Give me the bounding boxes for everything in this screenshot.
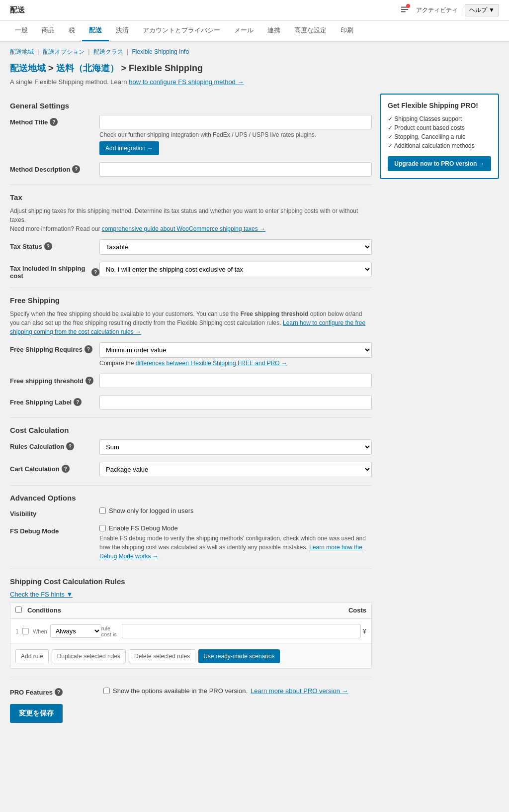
duplicate-rules-button[interactable]: Duplicate selected rules — [52, 649, 126, 663]
svg-rect-1 — [401, 9, 408, 10]
tab-integration[interactable]: 連携 — [260, 21, 287, 41]
upgrade-button[interactable]: Upgrade now to PRO version — [388, 156, 491, 171]
tab-print[interactable]: 印刷 — [334, 21, 360, 41]
free-threshold-label: Free shipping threshold ? — [10, 374, 99, 385]
svg-rect-2 — [401, 11, 406, 12]
free-threshold-help[interactable]: ? — [85, 377, 93, 385]
tax-status-label: Tax Status ? — [10, 239, 99, 250]
method-desc-label: Method Description ? — [10, 162, 99, 173]
tax-included-label: Tax included in shipping cost ? — [10, 262, 99, 280]
divider-6 — [10, 677, 372, 677]
free-label-help[interactable]: ? — [74, 398, 82, 406]
list-item: Stopping, Cancelling a rule — [388, 132, 491, 141]
debug-checkbox[interactable] — [99, 525, 106, 531]
rules-calc-select[interactable]: Sum Average Maximum Minimum — [99, 439, 372, 455]
sub-nav: 配送地域 | 配送オプション | 配送クラス | Flexible Shippi… — [10, 48, 499, 56]
debug-control: Enable FS Debug Mode Enable FS debug mod… — [99, 524, 372, 561]
visibility-control: Show only for logged in users — [99, 507, 372, 514]
configure-link[interactable]: how to configure FS shipping method → — [129, 78, 244, 86]
tax-included-help[interactable]: ? — [91, 268, 99, 276]
tab-account[interactable]: アカウントとプライバシー — [136, 21, 227, 41]
breadcrumb: 配送地域 > 送料（北海道） > Flexible Shipping — [10, 62, 499, 74]
activity-dot — [406, 4, 410, 8]
add-rule-button[interactable]: Add rule — [15, 649, 49, 663]
rule-when-select[interactable]: Always Cart Weight Cart Value Item Count — [50, 624, 101, 638]
subnav-flexible-info[interactable]: Flexible Shipping Info — [132, 48, 189, 55]
method-title-label: Method Title ? — [10, 115, 99, 126]
check-hints-link[interactable]: Check the FS hints ▼ — [10, 591, 73, 598]
visibility-checkbox[interactable] — [99, 508, 106, 514]
rules-table: Conditions Costs 1 When Always Cart Weig… — [10, 602, 372, 669]
free-shipping-title: Free Shipping — [10, 296, 372, 304]
free-label-control: Free — [99, 395, 372, 409]
pro-box: Get Flexible Shipping PRO! Shipping Clas… — [380, 94, 499, 179]
tab-payment[interactable]: 決済 — [109, 21, 136, 41]
pro-features-checkbox[interactable] — [103, 688, 110, 694]
free-requires-select[interactable]: Minimum order value Coupon Minimum order… — [99, 342, 372, 358]
rule-currency: ¥ — [363, 627, 366, 635]
free-label-row: Free Shipping Label ? Free — [10, 395, 372, 409]
tab-shipping[interactable]: 配送 — [82, 21, 109, 41]
compare-link[interactable]: differences between Flexible Shipping FR… — [136, 360, 287, 367]
tab-advanced[interactable]: 高度な設定 — [287, 21, 334, 41]
tab-email[interactable]: メール — [227, 21, 260, 41]
visibility-checkbox-label: Show only for logged in users — [109, 507, 194, 514]
header-costs: Costs — [277, 607, 366, 614]
pro-features-help[interactable]: ? — [55, 688, 63, 696]
tab-tax[interactable]: 税 — [62, 21, 82, 41]
subnav-shipping-options[interactable]: 配送オプション — [43, 48, 85, 55]
tax-guide-link[interactable]: comprehensive guide about WooCommerce sh… — [102, 225, 265, 232]
method-title-input[interactable]: Flexible Shipping — [99, 115, 372, 129]
header-check — [15, 607, 27, 614]
tax-status-row: Tax Status ? Taxable None — [10, 239, 372, 255]
tab-general[interactable]: 一般 — [8, 21, 35, 41]
method-desc-input[interactable] — [99, 162, 372, 177]
pro-features-control: Show the options available in the PRO ve… — [103, 687, 372, 695]
free-threshold-row: Free shipping threshold ? — [10, 374, 372, 388]
tax-status-help[interactable]: ? — [44, 242, 52, 250]
rule-cost-input[interactable]: 0 — [122, 624, 361, 638]
visibility-row: Visibility Show only for logged in users — [10, 507, 372, 517]
method-title-control: Flexible Shipping Check our further ship… — [99, 115, 372, 155]
rules-section: Shipping Cost Calculation Rules Check th… — [10, 577, 372, 669]
cart-calc-select[interactable]: Package value Cart value — [99, 462, 372, 477]
pro-learn-link[interactable]: Learn more about PRO version → — [251, 687, 348, 695]
delete-rules-button[interactable]: Delete selected rules — [129, 649, 195, 663]
free-requires-control: Minimum order value Coupon Minimum order… — [99, 342, 372, 367]
page-header: 配送 アクティビティ ヘルプ ▼ — [0, 0, 509, 21]
method-title-help[interactable]: ? — [50, 118, 58, 126]
pro-features-label: PRO Features ? — [10, 685, 99, 696]
tax-included-select[interactable]: No, I will enter the shipping cost exclu… — [99, 262, 372, 277]
rules-calc-help[interactable]: ? — [66, 442, 74, 450]
list-item: Product count based costs — [388, 123, 491, 132]
activity-label: アクティビティ — [416, 6, 458, 14]
pro-features-row: PRO Features ? Show the options availabl… — [10, 685, 372, 696]
method-desc-help[interactable]: ? — [72, 165, 80, 173]
scenarios-button[interactable]: Use ready-made scenarios — [198, 649, 279, 663]
free-threshold-input[interactable] — [99, 374, 372, 388]
header-conditions: Conditions — [27, 607, 277, 614]
rules-actions: Add rule Duplicate selected rules Delete… — [10, 644, 371, 668]
subnav-shipping-zones[interactable]: 配送地域 — [10, 48, 34, 55]
tab-products[interactable]: 商品 — [35, 21, 62, 41]
free-label-input[interactable]: Free — [99, 395, 372, 409]
help-button[interactable]: ヘルプ ▼ — [465, 4, 499, 16]
free-requires-help[interactable]: ? — [85, 345, 92, 353]
free-threshold-control — [99, 374, 372, 388]
pro-features-list: Shipping Classes support Product count b… — [388, 114, 491, 150]
cart-calc-help[interactable]: ? — [62, 465, 70, 473]
breadcrumb-zones[interactable]: 配送地域 — [10, 63, 46, 73]
pro-box-title: Get Flexible Shipping PRO! — [388, 102, 491, 109]
header-checkbox[interactable] — [15, 607, 22, 613]
rule-checkbox[interactable] — [22, 628, 28, 634]
tax-status-select[interactable]: Taxable None — [99, 239, 372, 255]
save-button[interactable]: 変更を保存 — [10, 704, 63, 723]
free-label-label: Free Shipping Label ? — [10, 395, 99, 406]
advanced-title: Advanced Options — [10, 494, 372, 502]
method-title-row: Method Title ? Flexible Shipping Check o… — [10, 115, 372, 155]
visibility-checkbox-row: Show only for logged in users — [99, 507, 372, 514]
rules-calc-control: Sum Average Maximum Minimum — [99, 439, 372, 455]
subnav-shipping-classes[interactable]: 配送クラス — [93, 48, 123, 55]
breadcrumb-hokkaido[interactable]: 送料（北海道） — [56, 63, 119, 73]
add-integration-button[interactable]: Add integration — [99, 141, 159, 155]
